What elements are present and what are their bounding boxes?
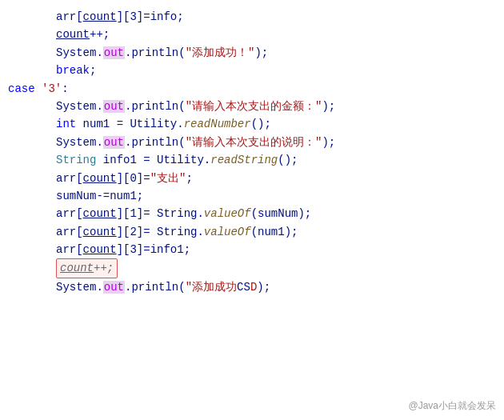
code-token: arr[count][0]="支出"; (56, 170, 193, 187)
code-line-14: arr[count][3]=info1; (0, 241, 504, 258)
code-line-3: System.out.println("添加成功！"); (0, 44, 504, 62)
code-line-9: String info1 = Utility.readString(); (0, 151, 504, 169)
code-content: arr[count][3]=info; count++; System.out.… (0, 0, 504, 304)
code-editor: arr[count][3]=info; count++; System.out.… (0, 0, 504, 420)
code-line-13: arr[count][2]= String.valueOf(num1); (0, 223, 504, 241)
code-token: case '3': (8, 80, 69, 98)
highlighted-code-token: count++; (56, 258, 118, 278)
code-token: arr[count][2]= String.valueOf(num1); (56, 223, 298, 241)
code-token: count++; (56, 26, 110, 43)
code-token: System.out.println("添加成功！"); (56, 44, 268, 62)
code-token: break; (56, 62, 96, 79)
code-line-15-highlighted: count++; (0, 258, 504, 278)
code-line-1: arr[count][3]=info; (0, 8, 504, 26)
code-line-10: arr[count][0]="支出"; (0, 170, 504, 187)
code-line-16: System.out.println("添加成功CSD); (0, 278, 504, 296)
code-line-8: System.out.println("请输入本次支出的说明："); (0, 134, 504, 151)
code-token: System.out.println("请输入本次支出的说明："); (56, 134, 335, 151)
code-line-4: break; (0, 62, 504, 79)
code-line-11: sumNum-=num1; (0, 187, 504, 205)
code-line-6: System.out.println("请输入本次支出的金额："); (0, 98, 504, 115)
code-line-5: case '3': (0, 80, 504, 98)
code-line-12: arr[count][1]= String.valueOf(sumNum); (0, 205, 504, 222)
code-token: String info1 = Utility.readString(); (56, 151, 298, 169)
watermark-text: @Java小白就会发呆 (408, 398, 496, 414)
code-token: arr[count][1]= String.valueOf(sumNum); (56, 205, 311, 222)
code-token: arr[count][3]=info1; (56, 241, 190, 258)
code-token: int num1 = Utility.readNumber(); (56, 115, 271, 133)
code-token: arr[count][3]=info; (56, 8, 184, 26)
code-line-7: int num1 = Utility.readNumber(); (0, 115, 504, 133)
code-token: System.out.println("添加成功CSD); (56, 278, 270, 296)
code-token: sumNum-=num1; (56, 187, 143, 205)
code-token: System.out.println("请输入本次支出的金额："); (56, 98, 335, 115)
code-line-2: count++; (0, 26, 504, 43)
